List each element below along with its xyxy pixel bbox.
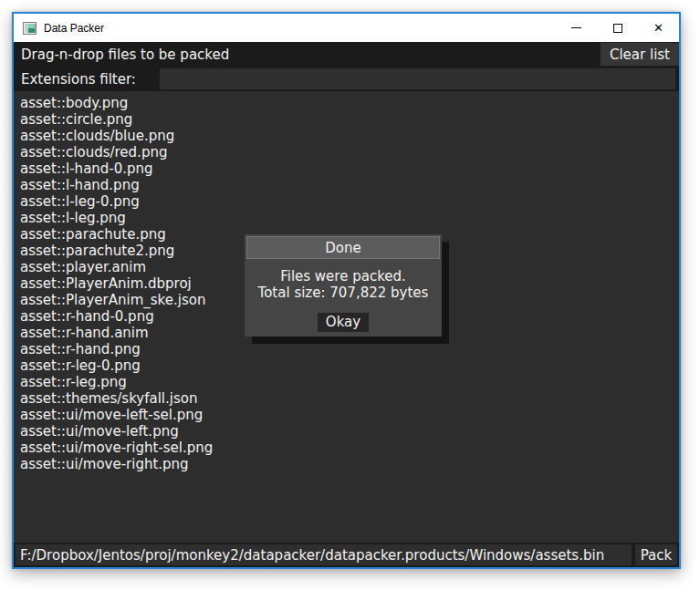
list-item[interactable]: asset::clouds/red.png (20, 144, 679, 160)
close-icon: ✕ (653, 22, 663, 34)
dialog-message-line2: Total size: 707,822 bytes (245, 285, 442, 301)
list-item[interactable]: asset::ui/move-left.png (20, 423, 679, 440)
pack-button[interactable]: Pack (635, 544, 677, 565)
list-item[interactable]: asset::l-leg-0.png (20, 193, 679, 210)
list-item[interactable]: asset::ui/move-right.png (20, 456, 679, 472)
output-path-input[interactable] (16, 544, 632, 565)
list-item[interactable]: asset::r-hand.png (20, 341, 679, 357)
drop-hint-label: Drag-n-drop files to be packed (14, 47, 229, 63)
clear-list-button[interactable]: Clear list (601, 43, 679, 66)
list-item[interactable]: asset::r-leg.png (20, 374, 679, 390)
extensions-filter-label: Extensions filter: (14, 71, 152, 88)
dialog-message: Files were packed. Total size: 707,822 b… (245, 268, 442, 301)
okay-button[interactable]: Okay (318, 313, 369, 332)
list-item[interactable]: asset::ui/move-right-sel.png (20, 440, 679, 456)
list-item[interactable]: asset::themes/skyfall.json (20, 390, 679, 407)
filter-row: Extensions filter: (14, 67, 679, 91)
list-item[interactable]: asset::ui/move-left-sel.png (20, 407, 679, 423)
dialog-message-line1: Files were packed. (245, 268, 442, 285)
window-controls: ✕ (556, 14, 679, 42)
window-title: Data Packer (44, 22, 104, 35)
close-button[interactable]: ✕ (638, 14, 679, 42)
list-item[interactable]: asset::clouds/blue.png (20, 128, 679, 144)
extensions-filter-input[interactable] (160, 68, 675, 89)
footer-bar: Pack (14, 543, 679, 567)
list-item[interactable]: asset::body.png (20, 95, 679, 111)
list-item[interactable]: asset::l-hand-0.png (20, 160, 679, 177)
minimize-icon (571, 27, 581, 28)
done-dialog: Done Files were packed. Total size: 707,… (245, 234, 442, 336)
maximize-icon (613, 24, 622, 33)
list-item[interactable]: asset::r-leg-0.png (20, 357, 679, 374)
maximize-button[interactable] (597, 14, 638, 42)
app-icon (23, 22, 37, 35)
list-item[interactable]: asset::circle.png (20, 111, 679, 128)
dialog-title: Done (246, 236, 440, 259)
titlebar: Data Packer ✕ (14, 14, 679, 42)
minimize-button[interactable] (556, 14, 597, 42)
list-item[interactable]: asset::l-hand.png (20, 177, 679, 193)
drop-header-row: Drag-n-drop files to be packed Clear lis… (14, 42, 679, 67)
list-item[interactable]: asset::l-leg.png (20, 210, 679, 226)
